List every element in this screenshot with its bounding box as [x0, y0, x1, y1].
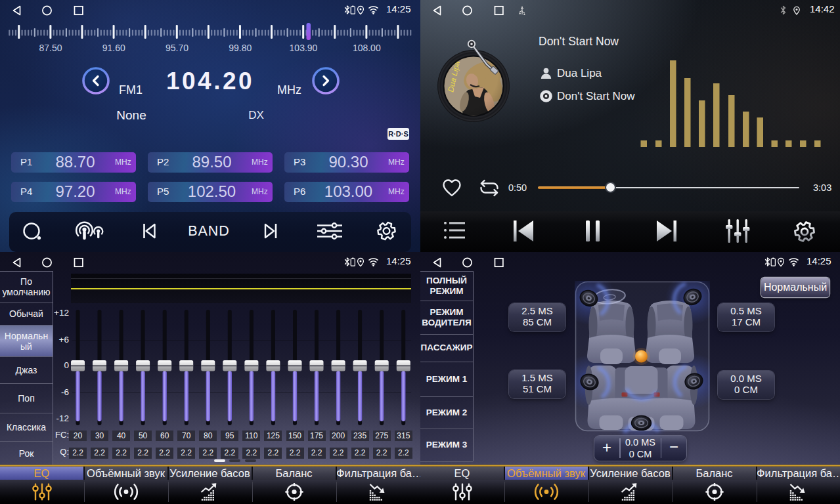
svg-text:BAND: BAND — [188, 223, 230, 239]
